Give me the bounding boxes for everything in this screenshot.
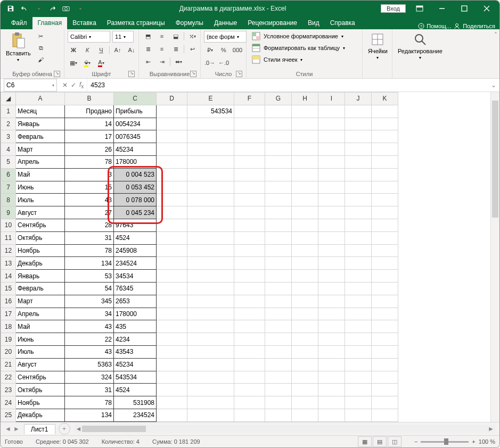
row-header[interactable]: 12 xyxy=(1,244,16,257)
spreadsheet-grid[interactable]: ◢ABCDEFGHIJK1МесяцПроданоПрибыль5435342Я… xyxy=(1,92,499,422)
cell-G2[interactable] xyxy=(265,118,292,130)
cell-A7[interactable]: Июнь xyxy=(16,181,65,194)
row-header[interactable]: 5 xyxy=(1,155,16,168)
cell-A6[interactable]: Май xyxy=(16,168,65,181)
cell-D18[interactable] xyxy=(157,320,187,333)
cell-B25[interactable]: 134 xyxy=(65,409,114,421)
cell-H1[interactable] xyxy=(292,105,318,118)
cell-C15[interactable]: 76345 xyxy=(114,282,157,295)
cell-G3[interactable] xyxy=(265,130,292,143)
qat-more[interactable] xyxy=(75,4,85,13)
cell-K10[interactable] xyxy=(372,219,398,231)
fill-color-button[interactable]: ⬙▾ xyxy=(81,57,93,68)
cell-J21[interactable] xyxy=(345,358,372,371)
cell-H2[interactable] xyxy=(292,118,318,130)
ribbon-tab-главная[interactable]: Главная xyxy=(32,17,68,29)
row-header[interactable]: 11 xyxy=(1,231,16,244)
cell-H18[interactable] xyxy=(292,320,318,333)
cell-F7[interactable] xyxy=(234,181,265,194)
cell-F22[interactable] xyxy=(234,371,265,384)
col-header-J[interactable]: J xyxy=(345,93,372,105)
cell-F11[interactable] xyxy=(234,231,265,244)
cell-K7[interactable] xyxy=(372,181,398,194)
add-sheet-button[interactable]: + xyxy=(59,423,70,435)
page-layout-view-icon[interactable]: ▤ xyxy=(373,436,387,447)
cell-B9[interactable]: 27 xyxy=(65,206,114,219)
sheet-tab[interactable]: Лист1 xyxy=(24,424,55,434)
bold-button[interactable]: Ж xyxy=(68,45,79,55)
cell-A11[interactable]: Октябрь xyxy=(16,231,65,244)
cut-icon[interactable]: ✂ xyxy=(35,31,47,42)
cell-A8[interactable]: Июль xyxy=(16,194,65,206)
zoom-in-button[interactable]: + xyxy=(472,438,475,445)
cell-H13[interactable] xyxy=(292,257,318,270)
cell-F17[interactable] xyxy=(234,308,265,320)
paste-button[interactable]: Вставить▾ xyxy=(4,31,33,63)
cell-G4[interactable] xyxy=(265,143,292,156)
cell-F18[interactable] xyxy=(234,320,265,333)
cell-B24[interactable]: 78 xyxy=(65,396,114,409)
login-button[interactable]: Вход xyxy=(381,4,406,13)
number-format-combo[interactable]: (все форм▾ xyxy=(204,31,247,43)
cell-I3[interactable] xyxy=(318,130,345,143)
cell-I9[interactable] xyxy=(318,206,345,219)
row-header[interactable]: 6 xyxy=(1,168,16,181)
cell-H15[interactable] xyxy=(292,282,318,295)
cell-A5[interactable]: Апрель xyxy=(16,155,65,168)
cell-A1[interactable]: Месяц xyxy=(16,105,65,118)
font-launcher[interactable]: ↘ xyxy=(128,71,135,77)
cell-C1[interactable]: Прибыль xyxy=(114,105,157,118)
cell-D10[interactable] xyxy=(157,219,187,231)
cell-D21[interactable] xyxy=(157,358,187,371)
cell-B6[interactable]: 3 xyxy=(65,168,114,181)
row-header[interactable]: 22 xyxy=(1,371,16,384)
maximize-button[interactable] xyxy=(454,1,475,16)
cell-F8[interactable] xyxy=(234,194,265,206)
cell-H20[interactable] xyxy=(292,345,318,358)
cell-C13[interactable]: 234524 xyxy=(114,257,157,270)
expand-formula-icon[interactable]: ⌄ xyxy=(488,81,499,89)
row-header[interactable]: 14 xyxy=(1,270,16,283)
row-header[interactable]: 10 xyxy=(1,219,16,231)
cell-D6[interactable] xyxy=(157,168,187,181)
cell-D25[interactable] xyxy=(157,409,187,421)
cell-C10[interactable]: 97643 xyxy=(114,219,157,231)
cell-H4[interactable] xyxy=(292,143,318,156)
cell-styles-button[interactable]: Стили ячеек▾ xyxy=(250,54,305,65)
cell-E15[interactable] xyxy=(187,282,234,295)
minimize-button[interactable] xyxy=(431,1,453,16)
number-launcher[interactable]: ↘ xyxy=(236,71,242,77)
cell-G7[interactable] xyxy=(265,181,292,194)
cell-A2[interactable]: Январь xyxy=(16,118,65,130)
row-header[interactable]: 15 xyxy=(1,282,16,295)
row-header[interactable]: 18 xyxy=(1,320,16,333)
cell-C23[interactable]: 4524 xyxy=(114,384,157,396)
cell-C25[interactable]: 234524 xyxy=(114,409,157,421)
cell-C11[interactable]: 4524 xyxy=(114,231,157,244)
row-header[interactable]: 13 xyxy=(1,257,16,270)
format-painter-icon[interactable]: 🖌 xyxy=(35,54,47,65)
cell-B7[interactable]: 15 xyxy=(65,181,114,194)
cell-I11[interactable] xyxy=(318,231,345,244)
cell-K6[interactable] xyxy=(372,168,398,181)
cell-B13[interactable]: 134 xyxy=(65,257,114,270)
cell-B23[interactable]: 31 xyxy=(65,384,114,396)
cell-E12[interactable] xyxy=(187,244,234,257)
cell-E2[interactable] xyxy=(187,118,234,130)
cell-K1[interactable] xyxy=(372,105,398,118)
cell-H6[interactable] xyxy=(292,168,318,181)
row-header[interactable]: 23 xyxy=(1,384,16,396)
cell-D17[interactable] xyxy=(157,308,187,320)
cell-F1[interactable] xyxy=(234,105,265,118)
cell-A22[interactable]: Сентябрь xyxy=(16,371,65,384)
cell-E4[interactable] xyxy=(187,143,234,156)
fx-icon[interactable]: fx xyxy=(79,81,84,89)
col-header-E[interactable]: E xyxy=(187,93,234,105)
cell-E16[interactable] xyxy=(187,295,234,308)
percent-icon[interactable]: % xyxy=(218,45,229,55)
cell-K14[interactable] xyxy=(372,270,398,283)
cell-B5[interactable]: 78 xyxy=(65,155,114,168)
row-header[interactable]: 25 xyxy=(1,409,16,421)
cell-I13[interactable] xyxy=(318,257,345,270)
cell-I2[interactable] xyxy=(318,118,345,130)
